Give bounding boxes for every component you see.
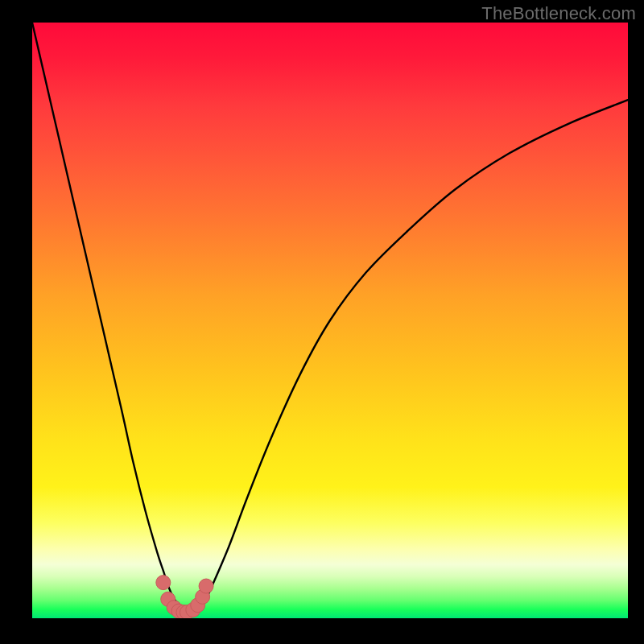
chart-frame: TheBottleneck.com	[0, 0, 644, 644]
trough-marker	[199, 579, 213, 593]
plot-area	[32, 23, 628, 618]
trough-marker	[156, 576, 171, 590]
trough-markers	[156, 576, 213, 618]
watermark-text: TheBottleneck.com	[481, 3, 636, 24]
curve-layer	[32, 23, 628, 618]
bottleneck-curve	[32, 23, 628, 609]
